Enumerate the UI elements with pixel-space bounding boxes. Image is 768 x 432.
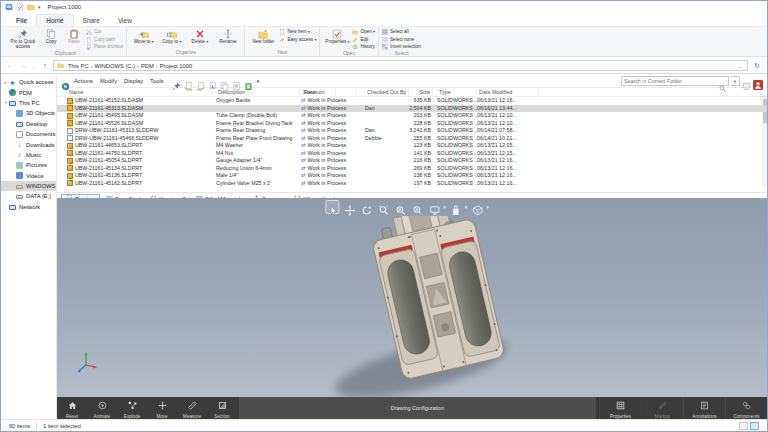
menu-actions[interactable]: Actions [74,78,93,84]
column-options-icon[interactable] [760,88,767,95]
sidebar-item-network[interactable]: Network [1,202,56,212]
new-item-button[interactable]: New item ▾ [279,29,316,35]
properties-button[interactable]: Properties [599,397,641,419]
address-dropdown-caret-icon[interactable]: ⌄ [738,63,744,69]
forward-button[interactable]: → [18,62,28,69]
column-header-size[interactable]: Size [409,88,433,97]
sidebar-item-pictures[interactable]: Pictures [1,160,56,170]
file-row[interactable]: UBW-21161-45152.SLDASMOxygen Banks⇄Work … [57,97,767,105]
reset-button[interactable]: Reset [57,397,87,419]
more-tools-caret-icon[interactable]: ▾ [257,78,260,84]
sidebar-item-3d-objects[interactable]: 3D Objects [1,108,56,118]
file-row[interactable]: UBW-21161-45162.SLDPRTCylinder Valve M25… [57,180,767,188]
search-input[interactable] [624,78,719,84]
search-options-caret-icon[interactable]: ▾ [731,76,740,86]
check-in-button[interactable] [196,77,205,86]
zoom-area-tool-button[interactable] [393,200,407,214]
column-header-date-modified[interactable]: Date Modified [477,88,539,97]
zoom-tool-button[interactable] [410,200,424,214]
3d-model-preview[interactable] [329,216,549,401]
pdm-logo-icon[interactable] [61,77,70,86]
pin-to-quick-access-button[interactable]: Pin to Quick access [7,28,39,50]
markup-button[interactable]: Markup [641,397,683,419]
sidebar-item-downloads[interactable]: ↓Downloads [1,139,56,149]
column-header-name[interactable]: Name [67,88,213,97]
annotations-button[interactable]: Annotations [683,397,725,419]
customize-quick-access-caret-icon[interactable]: ▾ [38,4,41,10]
sidebar-item-quick-access[interactable]: ▸★Quick access [1,77,56,87]
menu-modify[interactable]: Modify [100,78,117,84]
menu-tools[interactable]: Tools [150,78,164,84]
search-box[interactable] [621,76,729,86]
move-button[interactable]: Move [147,397,177,419]
sidebar-item-data-e[interactable]: DATA (E:) [1,191,56,201]
search-filter-icon[interactable] [742,77,751,86]
display-style-tool-button[interactable] [427,200,441,214]
file-row[interactable]: UBW-21161-45313.SLDASM⇄Work in ProcessDa… [57,105,767,113]
file-row[interactable]: DRW-UBW-21161-45313.SLDDRWFrame Rear Dra… [57,127,767,135]
column-header-type[interactable]: Type [437,88,477,97]
components-button[interactable]: Components [725,397,767,419]
thumbnail-view-icon[interactable] [750,422,759,430]
breadcrumb-item-project-1000[interactable]: Project 1000 [158,63,195,69]
breadcrumb-item-this-pc[interactable]: This PC [66,63,91,69]
appearances-tool-button[interactable] [449,200,463,214]
sidebar-item-documents[interactable]: Documents [1,129,56,139]
quick-access-folder-icon[interactable] [27,3,35,11]
sidebar-item-windows-c[interactable]: WINDOWS (C:) [1,181,56,191]
pan-tool-button[interactable] [342,200,356,214]
sidebar-item-this-pc[interactable]: ▾This PC [1,98,56,108]
file-row[interactable]: UBW-21161-45495.SLDASMTube Clamp (Double… [57,112,767,120]
measure-button[interactable]: Measure [177,397,207,419]
sidebar-item-music[interactable]: ♪Music [1,150,56,160]
menu-display[interactable]: Display [124,78,143,84]
display-style-caret-icon[interactable]: ▾ [443,204,446,210]
file-row[interactable]: UBW-21161-44750.SLDPRTM4 Nut⇄Work in Pro… [57,150,767,158]
easy-access-button[interactable]: Easy access ▾ [279,37,316,43]
select-all-button[interactable]: Select all [382,29,421,35]
vault-view-button[interactable] [244,77,253,86]
file-row[interactable]: DRW-UBW-21161-45466.SLDDRWFrame Rear Pla… [57,135,767,143]
cut-button[interactable]: Cut [86,29,123,35]
check-out-button[interactable] [184,77,193,86]
copy-file-button[interactable] [220,77,229,86]
file-row[interactable]: UBW-21161-45526.SLDASMFrame Rear Bracket… [57,120,767,128]
quick-access-properties-icon[interactable] [16,3,24,11]
rotate-tool-button[interactable] [359,200,373,214]
move-to-button[interactable]: Move to ▾ [130,28,157,45]
view-orientation-tool-button[interactable] [470,200,484,214]
appearances-caret-icon[interactable]: ▾ [465,204,468,210]
paste-button[interactable]: Paste [63,28,85,44]
recent-locations-caret-icon[interactable]: ⌄ [31,63,37,69]
tab-home[interactable]: Home [36,14,73,26]
copy-to-button[interactable]: Copy to ▾ [158,28,185,45]
details-view-icon[interactable] [739,422,748,430]
sidebar-item-videos[interactable]: Videos [1,171,56,181]
breadcrumb[interactable]: This PC›WINDOWS (C:)›PDM›Project 1000 ⌄ [53,60,748,71]
tab-share[interactable]: Share [74,15,109,26]
new-folder-button[interactable]: New folder [248,28,278,44]
tab-view[interactable]: View [109,15,141,26]
breadcrumb-item-windows-c[interactable]: WINDOWS (C:) [92,63,137,69]
section-button[interactable]: Section [207,397,237,419]
get-latest-version-button[interactable] [208,77,217,86]
copy-button[interactable]: Copy [40,28,62,44]
tab-file[interactable]: File [7,15,36,26]
explode-button[interactable]: Explode [117,397,147,419]
sidebar-item-pdm[interactable]: PDM [1,87,56,97]
pin-button[interactable] [172,77,181,86]
rename-button[interactable]: Rename [214,28,241,44]
file-row[interactable]: UBW-21161-45134.SLDPRTReducing Union 6-4… [57,165,767,173]
preview-viewport[interactable]: ▾▾▾ [57,198,767,419]
up-button[interactable]: ↑ [40,62,50,69]
column-header-state[interactable]: State [301,88,356,97]
zoom-fit-tool-button[interactable] [376,200,390,214]
breadcrumb-item-pdm[interactable]: PDM [139,63,156,69]
column-header-description[interactable]: Description [216,88,300,97]
select-tool-button[interactable] [325,200,339,214]
change-state-button[interactable] [232,77,241,86]
properties-button[interactable]: Properties ▾ [323,28,351,45]
column-header-checked-out-by[interactable]: Checked Out By [365,88,409,97]
file-row[interactable]: UBW-21161-45136.SLDPRTMale 1/4"⇄Work in … [57,172,767,180]
file-row[interactable]: UBW-21161-44653.SLDPRTM4 Washer⇄Work in … [57,142,767,150]
